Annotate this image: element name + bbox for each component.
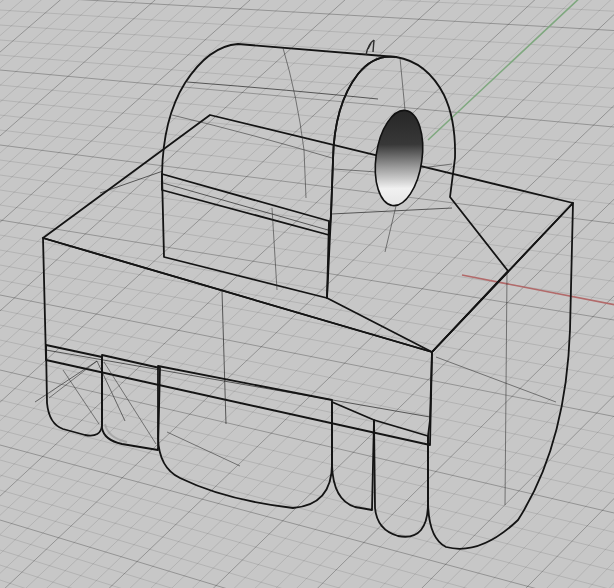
grid-line (0, 0, 614, 588)
grid-line (0, 0, 614, 204)
grid-line (0, 0, 614, 588)
grid-line (0, 0, 614, 588)
grid-line (0, 0, 614, 588)
grid-line (0, 0, 614, 588)
grid-line (0, 0, 614, 588)
grid-line (0, 0, 614, 588)
grid-line (0, 0, 614, 588)
grid-line (0, 0, 614, 588)
grid-line (0, 0, 614, 588)
grid-line (0, 0, 614, 588)
viewport-canvas[interactable] (0, 0, 614, 588)
cad-viewport[interactable] (0, 0, 614, 588)
grid-line (0, 0, 614, 588)
grid-line (0, 0, 614, 588)
grid-line (0, 0, 614, 588)
base-middle-foot[interactable] (158, 366, 332, 508)
grid-line (0, 0, 614, 588)
grid-line (0, 0, 614, 588)
grid-line (0, 0, 614, 588)
grid-line (0, 0, 614, 588)
grid-line (0, 0, 614, 588)
grid-line (0, 0, 614, 588)
grid-line (0, 0, 614, 588)
grid-line (0, 0, 614, 588)
grid-line (0, 0, 614, 588)
grid-line (0, 0, 614, 588)
grid-line (0, 0, 614, 588)
grid-line (0, 0, 614, 588)
grid-line (0, 0, 614, 588)
base-front-isocurve-v (222, 291, 226, 424)
grid-line (0, 0, 614, 588)
grid-line (0, 0, 614, 588)
grid-line (0, 0, 614, 31)
grid-line (0, 0, 614, 588)
grid-line (0, 0, 614, 588)
grid-line (0, 0, 614, 588)
grid-line (0, 0, 614, 474)
grid-line (0, 0, 614, 588)
grid-line (0, 0, 614, 588)
grid-line (0, 0, 614, 588)
grid-line (0, 0, 614, 588)
grid-line (0, 0, 614, 588)
grid-line (0, 0, 614, 588)
grid-line (0, 0, 614, 588)
grid-line (0, 0, 614, 588)
grid-line (0, 0, 614, 588)
grid-line (0, 0, 614, 588)
grid-line (0, 0, 614, 588)
grid-line (0, 0, 614, 588)
grid-line (0, 0, 614, 588)
grid-line (0, 0, 614, 588)
grid-line (0, 0, 614, 262)
grid-line (0, 0, 614, 588)
grid-line (0, 0, 614, 588)
grid-line (0, 0, 614, 588)
grid-line (412, 0, 614, 588)
grid-line (0, 0, 614, 588)
grid-line (0, 0, 614, 588)
ground-grid-major (0, 0, 614, 588)
cap-isocurve-v-top (400, 58, 405, 110)
grid-line (0, 0, 614, 588)
grid-line (0, 0, 614, 588)
grid-line (0, 0, 614, 588)
grid-line (0, 0, 614, 588)
grid-line (0, 0, 614, 588)
grid-line (0, 0, 614, 588)
grid-line (0, 0, 614, 588)
grid-line (0, 0, 614, 588)
grid-line (0, 0, 614, 588)
grid-line (0, 0, 614, 588)
grid-line (0, 0, 614, 588)
grid-line (391, 0, 614, 588)
grid-line (0, 0, 614, 588)
grid-line (0, 0, 614, 588)
grid-line (0, 0, 614, 588)
middle-foot-isocurve (167, 432, 240, 466)
grid-line (0, 0, 614, 588)
grid-line (0, 0, 614, 127)
grid-line (0, 0, 614, 588)
grid-line (0, 0, 614, 588)
grid-line (0, 0, 614, 588)
grid-line (0, 0, 614, 397)
grid-line (0, 0, 614, 588)
grid-line (0, 0, 614, 588)
grid-line (0, 0, 614, 588)
base-right-foot[interactable] (374, 420, 428, 537)
grid-line (0, 0, 614, 588)
grid-line (0, 0, 614, 588)
grid-line (0, 0, 614, 588)
grid-line (0, 0, 614, 588)
grid-line (0, 0, 614, 588)
grid-line (0, 0, 614, 588)
grid-line (0, 0, 614, 588)
grid-line (0, 0, 614, 588)
grid-line (0, 0, 614, 588)
grid-line (0, 0, 614, 588)
grid-line (0, 0, 614, 588)
grid-line (0, 0, 614, 588)
